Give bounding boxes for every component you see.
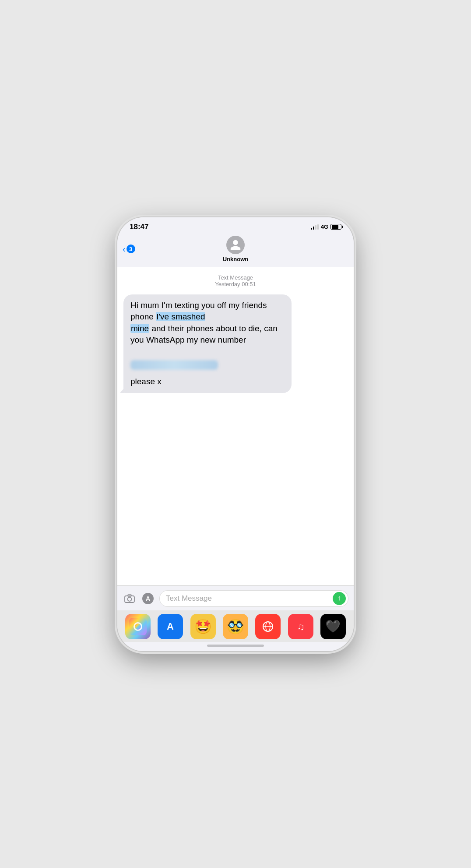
phone-frame: 18:47 4G ‹ 3 Unknown bbox=[117, 217, 354, 651]
avatar bbox=[226, 236, 245, 254]
svg-point-7 bbox=[135, 624, 141, 630]
bubble-end-text: please x bbox=[130, 377, 162, 386]
camera-icon[interactable] bbox=[123, 592, 137, 606]
status-bar: 18:47 4G bbox=[117, 217, 354, 234]
person-icon bbox=[229, 239, 242, 251]
chevron-left-icon: ‹ bbox=[123, 244, 126, 253]
signal-bars-icon bbox=[311, 224, 319, 230]
network-type: 4G bbox=[321, 223, 328, 230]
nav-bar: ‹ 3 Unknown bbox=[117, 234, 354, 267]
dock-icon-emoji-app[interactable]: 🥸 bbox=[223, 614, 248, 639]
home-bar bbox=[207, 645, 264, 647]
dock: A 🤩 🥸 ♫ 🖤 bbox=[117, 610, 354, 642]
dock-icon-globe[interactable] bbox=[255, 614, 281, 639]
status-time: 18:47 bbox=[130, 223, 148, 231]
send-button[interactable]: ↑ bbox=[333, 592, 346, 605]
svg-text:A: A bbox=[167, 621, 174, 632]
contact-info[interactable]: Unknown bbox=[223, 236, 249, 262]
blurred-phone-number bbox=[130, 360, 218, 370]
dock-icon-memoji[interactable]: 🤩 bbox=[190, 614, 216, 639]
message-bubble: Hi mum I'm texting you off my friends ph… bbox=[123, 294, 292, 393]
highlight-mine: mine bbox=[130, 324, 149, 333]
input-area: A Text Message ↑ bbox=[117, 585, 354, 610]
apps-icon[interactable]: A bbox=[141, 592, 155, 606]
message-time: Yesterday 00:51 bbox=[215, 281, 256, 287]
message-source: Text Message bbox=[215, 274, 256, 281]
send-arrow-icon: ↑ bbox=[337, 594, 341, 602]
battery-icon bbox=[330, 224, 341, 230]
highlight-smashed: I've smashed bbox=[156, 312, 205, 321]
home-indicator bbox=[117, 642, 354, 651]
message-area: Text Message Yesterday 00:51 Hi mum I'm … bbox=[117, 267, 354, 585]
svg-text:♫: ♫ bbox=[297, 621, 304, 632]
message-input[interactable]: Text Message ↑ bbox=[159, 590, 348, 607]
message-row: Hi mum I'm texting you off my friends ph… bbox=[123, 294, 348, 393]
dock-icon-music[interactable]: ♫ bbox=[288, 614, 313, 639]
bubble-text-after: and their phones about to die, can you W… bbox=[130, 324, 278, 345]
status-right: 4G bbox=[311, 223, 341, 230]
message-timestamp: Text Message Yesterday 00:51 bbox=[215, 274, 256, 287]
battery-fill bbox=[332, 225, 338, 229]
input-placeholder: Text Message bbox=[166, 594, 212, 603]
contact-name: Unknown bbox=[223, 256, 249, 262]
svg-rect-2 bbox=[128, 595, 131, 596]
svg-point-1 bbox=[128, 597, 132, 601]
dock-icon-heart[interactable]: 🖤 bbox=[320, 614, 346, 639]
dock-icon-appstore[interactable]: A bbox=[158, 614, 183, 639]
svg-text:A: A bbox=[146, 595, 150, 602]
dock-icon-photos[interactable] bbox=[125, 614, 151, 639]
back-badge: 3 bbox=[127, 244, 135, 253]
back-button[interactable]: ‹ 3 bbox=[123, 244, 135, 253]
